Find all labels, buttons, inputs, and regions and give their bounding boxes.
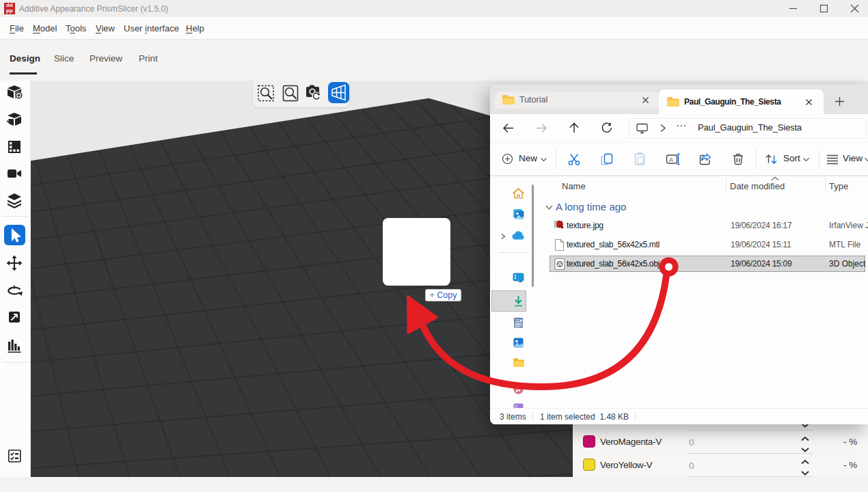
svg-text:A: A	[669, 156, 673, 163]
